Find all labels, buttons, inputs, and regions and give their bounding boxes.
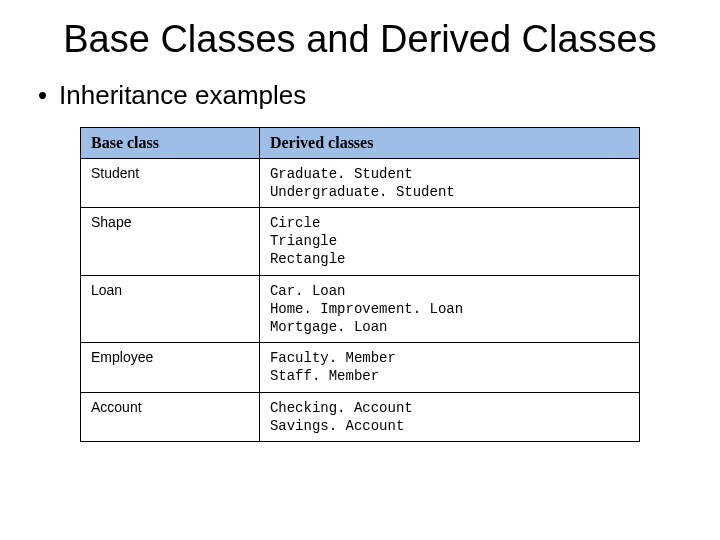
cell-base-class: Loan xyxy=(81,275,260,343)
cell-derived-classes: Car. LoanHome. Improvement. LoanMortgage… xyxy=(259,275,639,343)
cell-derived-classes: Checking. AccountSavings. Account xyxy=(259,392,639,441)
derived-class-item: Car. Loan xyxy=(270,282,629,300)
inheritance-table: Base class Derived classes StudentGradua… xyxy=(80,127,640,442)
cell-base-class: Account xyxy=(81,392,260,441)
cell-derived-classes: Faculty. MemberStaff. Member xyxy=(259,343,639,392)
derived-class-item: Checking. Account xyxy=(270,399,629,417)
cell-derived-classes: Graduate. StudentUndergraduate. Student xyxy=(259,158,639,207)
derived-class-item: Faculty. Member xyxy=(270,349,629,367)
table-row: ShapeCircleTriangleRectangle xyxy=(81,208,640,276)
table-row: StudentGraduate. StudentUndergraduate. S… xyxy=(81,158,640,207)
table-row: EmployeeFaculty. MemberStaff. Member xyxy=(81,343,640,392)
table-row: LoanCar. LoanHome. Improvement. LoanMort… xyxy=(81,275,640,343)
derived-class-item: Home. Improvement. Loan xyxy=(270,300,629,318)
derived-class-item: Undergraduate. Student xyxy=(270,183,629,201)
derived-class-item: Savings. Account xyxy=(270,417,629,435)
derived-class-item: Rectangle xyxy=(270,250,629,268)
table-row: AccountChecking. AccountSavings. Account xyxy=(81,392,640,441)
derived-class-item: Triangle xyxy=(270,232,629,250)
slide-title: Base Classes and Derived Classes xyxy=(30,18,690,62)
cell-derived-classes: CircleTriangleRectangle xyxy=(259,208,639,276)
cell-base-class: Employee xyxy=(81,343,260,392)
bullet-dot-icon: • xyxy=(38,80,47,111)
table-header-row: Base class Derived classes xyxy=(81,127,640,158)
header-derived-classes: Derived classes xyxy=(259,127,639,158)
bullet-text: Inheritance examples xyxy=(59,80,306,111)
derived-class-item: Graduate. Student xyxy=(270,165,629,183)
cell-base-class: Student xyxy=(81,158,260,207)
header-base-class: Base class xyxy=(81,127,260,158)
bullet-item: • Inheritance examples xyxy=(38,80,690,111)
derived-class-item: Staff. Member xyxy=(270,367,629,385)
cell-base-class: Shape xyxy=(81,208,260,276)
derived-class-item: Mortgage. Loan xyxy=(270,318,629,336)
derived-class-item: Circle xyxy=(270,214,629,232)
